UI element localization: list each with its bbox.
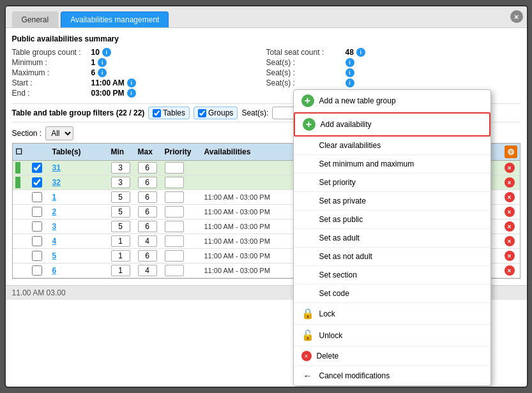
row-max-5[interactable] xyxy=(138,250,157,262)
row-priority-1[interactable] xyxy=(165,191,184,203)
seats1-info-icon[interactable]: i xyxy=(346,58,354,67)
row-min-1[interactable] xyxy=(111,191,130,203)
dropdown-item-cancel-modifications[interactable]: ← Cancel modifications xyxy=(294,366,490,385)
row-min-6[interactable] xyxy=(111,265,130,276)
row-checkbox-5[interactable] xyxy=(32,251,42,261)
row-max-3[interactable] xyxy=(138,221,157,232)
row-priority-4[interactable] xyxy=(165,235,184,247)
green-stripe xyxy=(15,177,20,188)
maximum-info-icon[interactable]: i xyxy=(98,68,107,77)
row-delete-1[interactable]: × xyxy=(505,192,515,202)
groups-checkbox[interactable] xyxy=(198,109,206,117)
row-checkbox-3[interactable] xyxy=(32,221,42,232)
dropdown-item-set-section[interactable]: Set section xyxy=(294,266,490,285)
row-min-5[interactable] xyxy=(111,250,130,262)
tables-checkbox[interactable] xyxy=(153,109,161,117)
gear-button[interactable]: ⚙ xyxy=(505,145,517,158)
row-checkbox-32[interactable] xyxy=(32,177,42,188)
add-availability-icon: + xyxy=(303,118,315,131)
tab-general[interactable]: General xyxy=(12,11,59,27)
dropdown-item-set-code[interactable]: Set code xyxy=(294,285,490,303)
dropdown-item-add-table-group[interactable]: + Add a new table group xyxy=(294,90,490,112)
dropdown-item-unlock[interactable]: 🔓 Unlock xyxy=(294,325,490,346)
row-delete-6[interactable]: × xyxy=(505,265,515,276)
row-num-5[interactable]: 5 xyxy=(52,251,110,260)
row-delete-5[interactable]: × xyxy=(505,251,515,261)
row-min-3[interactable] xyxy=(111,221,130,232)
summary-row-end: End : 03:00 PM i xyxy=(12,88,266,98)
cancel-modifications-label: Cancel modifications xyxy=(319,371,390,380)
add-table-group-icon: + xyxy=(301,94,314,107)
arrow-left-icon: ← xyxy=(301,371,314,381)
row-min-4[interactable] xyxy=(111,235,130,247)
dropdown-item-set-priority[interactable]: Set priority xyxy=(294,174,490,192)
start-info-icon[interactable]: i xyxy=(127,78,136,87)
row-max-2[interactable] xyxy=(138,206,157,218)
summary-row-seats1: Seat(s) : i xyxy=(266,57,521,68)
groups-count-info-icon[interactable]: i xyxy=(102,48,111,57)
row-priority-3[interactable] xyxy=(165,221,184,232)
header-max-col: Max xyxy=(138,147,163,156)
row-max-6[interactable] xyxy=(138,265,157,276)
seats-filter-label: Seat(s): xyxy=(241,108,268,117)
row-num-3[interactable]: 3 xyxy=(52,222,110,231)
row-delete-4[interactable]: × xyxy=(505,236,515,246)
row-checkbox-31[interactable] xyxy=(32,163,42,173)
tab-availabilities[interactable]: Availabilities management xyxy=(61,11,169,27)
row-priority-6[interactable] xyxy=(165,265,184,276)
row-delete-2[interactable]: × xyxy=(505,207,515,217)
summary-row-seat-count: Total seat count : 48 i xyxy=(266,47,521,57)
row-priority-31[interactable] xyxy=(165,162,184,174)
end-info-icon[interactable]: i xyxy=(127,89,136,98)
row-priority-5[interactable] xyxy=(165,250,184,262)
row-delete-3[interactable]: × xyxy=(505,221,515,232)
row-checkbox-6[interactable] xyxy=(32,265,42,276)
seats2-info-icon[interactable]: i xyxy=(346,68,354,77)
delete-icon: × xyxy=(301,351,312,361)
summary-row-start: Start : 11:00 AM i xyxy=(12,78,266,88)
row-delete-32[interactable]: × xyxy=(505,177,515,188)
groups-filter-label[interactable]: Groups xyxy=(194,107,238,119)
row-min-2[interactable] xyxy=(111,206,130,218)
dropdown-item-set-public[interactable]: Set as public xyxy=(294,211,490,229)
seat-count-info-icon[interactable]: i xyxy=(356,48,365,57)
dropdown-item-set-private[interactable]: Set as private xyxy=(294,192,490,211)
row-max-31[interactable] xyxy=(138,162,157,174)
row-num-31[interactable]: 31 xyxy=(52,163,110,172)
dropdown-item-lock[interactable]: 🔒 Lock xyxy=(294,303,490,325)
row-priority-32[interactable] xyxy=(165,177,184,188)
dropdown-item-set-min-max[interactable]: Set minimum and maximum xyxy=(294,155,490,174)
row-min-31[interactable] xyxy=(111,162,130,174)
minimum-info-icon[interactable]: i xyxy=(98,58,107,67)
row-num-4[interactable]: 4 xyxy=(52,237,110,246)
seats3-info-icon[interactable]: i xyxy=(346,78,354,87)
summary-left: Table groups count : 10 i Minimum : 1 i … xyxy=(12,47,266,98)
header-check-col: ☐ xyxy=(15,147,31,156)
row-num-2[interactable]: 2 xyxy=(52,207,110,216)
summary-title: Public availabilities summary xyxy=(12,34,521,43)
row-checkbox-1[interactable] xyxy=(32,192,42,202)
row-max-32[interactable] xyxy=(138,177,157,188)
dropdown-item-delete[interactable]: × Delete xyxy=(294,346,490,366)
green-stripe xyxy=(15,162,20,174)
section-select[interactable]: All xyxy=(45,126,73,140)
row-delete-31[interactable]: × xyxy=(505,163,515,173)
row-priority-2[interactable] xyxy=(165,206,184,218)
row-checkbox-4[interactable] xyxy=(32,236,42,246)
row-min-32[interactable] xyxy=(111,177,130,188)
row-num-1[interactable]: 1 xyxy=(52,193,110,202)
close-button[interactable]: × xyxy=(510,10,523,23)
row-checkbox-2[interactable] xyxy=(32,207,42,217)
dropdown-item-set-adult[interactable]: Set as adult xyxy=(294,229,490,248)
set-not-adult-label: Set as not adult xyxy=(319,252,372,261)
dropdown-item-clear-availabilities[interactable]: Clear availabilities xyxy=(294,137,490,155)
dropdown-item-add-availability[interactable]: + Add availability xyxy=(294,112,490,137)
summary-row-groups-count: Table groups count : 10 i xyxy=(12,47,266,57)
row-num-32[interactable]: 32 xyxy=(52,178,110,187)
row-max-1[interactable] xyxy=(138,191,157,203)
dropdown-menu: + Add a new table group + Add availabili… xyxy=(293,89,491,386)
dropdown-item-set-not-adult[interactable]: Set as not adult xyxy=(294,248,490,266)
row-num-6[interactable]: 6 xyxy=(52,266,110,275)
tables-filter-label[interactable]: Tables xyxy=(148,107,190,119)
row-max-4[interactable] xyxy=(138,235,157,247)
